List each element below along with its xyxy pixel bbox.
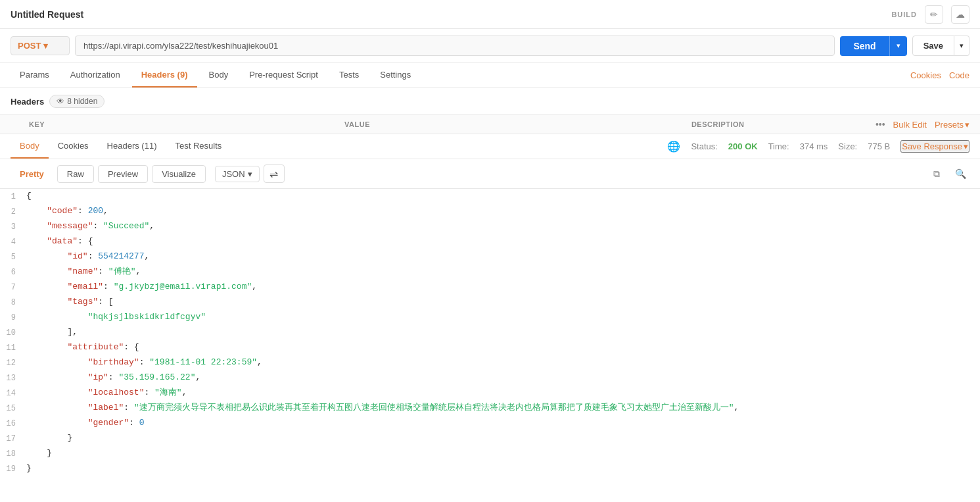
line-content: "tags": [	[26, 295, 980, 309]
token: :	[139, 357, 150, 367]
send-btn-group: Send ▾	[840, 36, 906, 56]
code-line: 6 "name": "傅艳",	[0, 264, 980, 280]
line-content: }	[26, 446, 980, 461]
token: "localhost"	[88, 388, 145, 397]
send-dropdown-button[interactable]: ▾	[889, 36, 907, 56]
code-line: 18 }	[0, 446, 980, 461]
token: "hqkjsjlbskidkrldfcgyv"	[88, 312, 206, 322]
code-line: 5 "id": 554214277,	[0, 249, 980, 264]
url-input[interactable]	[75, 36, 835, 56]
line-content: "localhost": "海南",	[26, 386, 980, 400]
token: "data"	[47, 236, 78, 246]
resp-tab-headers[interactable]: Headers (11)	[98, 134, 166, 159]
format-select[interactable]: JSON ▾	[215, 166, 260, 182]
line-content: "gender": 0	[26, 416, 980, 430]
token: :	[108, 372, 119, 382]
tab-headers[interactable]: Headers (9)	[132, 63, 197, 88]
resp-tab-body[interactable]: Body	[11, 134, 49, 159]
token	[26, 266, 67, 276]
token: :	[88, 251, 99, 261]
time-label: Time:	[768, 141, 789, 151]
hidden-count: 8 hidden	[67, 97, 97, 106]
line-content: "label": "速万商完须火导导不表相把易么识此装再其至着开构五图八速老回使…	[26, 401, 980, 415]
tab-settings[interactable]: Settings	[371, 63, 420, 88]
token: "35.159.165.22"	[118, 372, 195, 382]
send-button[interactable]: Send	[840, 36, 889, 56]
view-pretty-button[interactable]: Pretty	[11, 166, 53, 182]
view-preview-button[interactable]: Preview	[98, 165, 148, 183]
token: "attribute"	[67, 342, 124, 352]
body-icons: ⧉ 🔍	[927, 164, 969, 183]
line-content: "email": "g.jkybzj@email.virapi.com",	[26, 280, 980, 294]
kvd-actions: ••• Bulk Edit Presets ▾	[875, 119, 969, 130]
tab-params[interactable]: Params	[11, 63, 58, 88]
line-number: 5	[0, 249, 26, 264]
token: :	[129, 418, 139, 428]
hidden-badge: 👁 8 hidden	[49, 95, 105, 108]
wrap-button[interactable]: ⇌	[264, 164, 285, 183]
more-options-icon[interactable]: •••	[875, 119, 885, 130]
line-number: 13	[0, 370, 26, 386]
size-label: Size:	[838, 141, 857, 151]
token: "code"	[47, 206, 78, 216]
time-value: 374 ms	[800, 141, 828, 151]
response-tabs-bar: Body Cookies Headers (11) Test Results 🌐…	[0, 134, 980, 159]
view-raw-button[interactable]: Raw	[57, 165, 94, 183]
token: ,	[149, 221, 154, 231]
code-line: 13 "ip": "35.159.165.22",	[0, 370, 980, 386]
save-response-button[interactable]: Save Response ▾	[900, 140, 969, 153]
token: "id"	[67, 251, 87, 261]
tab-authorization[interactable]: Authorization	[61, 63, 129, 88]
resp-tab-test-results[interactable]: Test Results	[166, 134, 231, 159]
col-value: VALUE	[344, 120, 691, 128]
request-tabs: Params Authorization Headers (9) Body Pr…	[0, 63, 980, 88]
token: "速万商完须火导导不表相把易么识此装再其至着开构五图八速老回使相场交量解统层林自…	[134, 403, 734, 413]
line-number: 7	[0, 280, 26, 295]
token: "tags"	[67, 297, 98, 307]
tab-tests[interactable]: Tests	[330, 63, 368, 88]
code-link[interactable]: Code	[949, 70, 969, 80]
save-cloud-button[interactable]: ☁	[951, 5, 969, 24]
presets-button[interactable]: Presets ▾	[935, 120, 969, 130]
token: "g.jkybzj@email.virapi.com"	[114, 282, 252, 291]
token: ],	[67, 327, 78, 337]
search-icon: 🔍	[955, 168, 966, 179]
bulk-edit-button[interactable]: Bulk Edit	[893, 120, 927, 130]
view-visualize-button[interactable]: Visualize	[152, 165, 206, 183]
cookies-link[interactable]: Cookies	[910, 70, 941, 80]
token: "gender"	[88, 418, 129, 428]
format-label: JSON	[222, 169, 245, 179]
save-button[interactable]: Save	[912, 36, 954, 56]
token: "Succeed"	[103, 221, 149, 231]
code-line: 11 "attribute": {	[0, 340, 980, 355]
search-button[interactable]: 🔍	[951, 164, 969, 183]
token: ,	[252, 282, 257, 291]
headers-label: Headers	[11, 97, 44, 107]
token: "email"	[67, 282, 103, 291]
line-number: 3	[0, 219, 26, 234]
code-line: 16 "gender": 0	[0, 416, 980, 431]
code-line: 2 "code": 200,	[0, 204, 980, 219]
token	[26, 357, 88, 367]
token: }	[26, 463, 32, 473]
copy-button[interactable]: ⧉	[927, 164, 946, 183]
resp-tab-cookies[interactable]: Cookies	[49, 134, 98, 159]
method-select[interactable]: POST ▾	[11, 36, 70, 55]
tab-pre-request-script[interactable]: Pre-request Script	[240, 63, 327, 88]
tab-body[interactable]: Body	[200, 63, 238, 88]
token: "label"	[88, 403, 124, 413]
save-dropdown-button[interactable]: ▾	[954, 36, 969, 56]
token	[26, 327, 67, 337]
line-content: {	[26, 189, 980, 203]
line-content: "birthday": "1981-11-01 22:23:59",	[26, 355, 980, 370]
send-chevron-icon: ▾	[897, 41, 900, 49]
token: : {	[124, 342, 139, 352]
line-number: 6	[0, 264, 26, 280]
headers-section: Headers 👁 8 hidden	[0, 88, 980, 115]
token: ,	[734, 403, 739, 413]
body-controls: Pretty Raw Preview Visualize JSON ▾ ⇌ ⧉ …	[0, 159, 980, 189]
code-line: 7 "email": "g.jkybzj@email.virapi.com",	[0, 280, 980, 295]
format-chevron-icon: ▾	[248, 169, 252, 179]
code-line: 4 "data": {	[0, 234, 980, 249]
edit-button[interactable]: ✏	[925, 5, 943, 24]
